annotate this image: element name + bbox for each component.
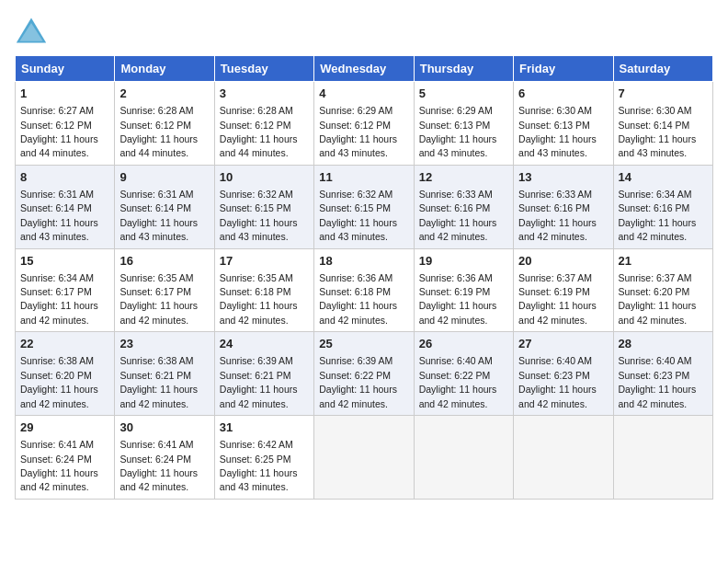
- calendar-week-row: 15 Sunrise: 6:34 AMSunset: 6:17 PMDaylig…: [16, 248, 713, 332]
- day-info: Sunrise: 6:40 AMSunset: 6:22 PMDaylight:…: [419, 355, 497, 408]
- day-info: Sunrise: 6:30 AMSunset: 6:13 PMDaylight:…: [518, 105, 597, 158]
- day-info: Sunrise: 6:39 AMSunset: 6:22 PMDaylight:…: [319, 355, 397, 408]
- calendar-day-cell: 3 Sunrise: 6:28 AMSunset: 6:12 PMDayligh…: [214, 82, 313, 166]
- day-info: Sunrise: 6:28 AMSunset: 6:12 PMDaylight:…: [119, 105, 198, 158]
- logo-icon: [15, 15, 48, 48]
- day-info: Sunrise: 6:42 AMSunset: 6:25 PMDaylight:…: [220, 439, 298, 492]
- calendar-day-cell: 22 Sunrise: 6:38 AMSunset: 6:20 PMDaylig…: [16, 332, 115, 416]
- day-number: 4: [319, 86, 408, 102]
- day-number: 17: [220, 253, 309, 270]
- day-info: Sunrise: 6:38 AMSunset: 6:20 PMDaylight:…: [20, 355, 98, 408]
- day-number: 18: [319, 253, 408, 270]
- calendar-day-cell: 17 Sunrise: 6:35 AMSunset: 6:18 PMDaylig…: [214, 248, 313, 332]
- day-info: Sunrise: 6:35 AMSunset: 6:18 PMDaylight:…: [220, 272, 298, 326]
- day-info: Sunrise: 6:41 AMSunset: 6:24 PMDaylight:…: [20, 439, 98, 492]
- day-number: 14: [619, 169, 708, 186]
- day-info: Sunrise: 6:36 AMSunset: 6:18 PMDaylight:…: [319, 272, 397, 326]
- calendar-header-sunday: Sunday: [16, 56, 115, 82]
- day-number: 16: [119, 253, 209, 270]
- day-number: 24: [220, 336, 309, 352]
- calendar-day-cell: 15 Sunrise: 6:34 AMSunset: 6:17 PMDaylig…: [16, 248, 115, 332]
- day-info: Sunrise: 6:32 AMSunset: 6:15 PMDaylight:…: [220, 189, 298, 242]
- calendar-day-cell: 26 Sunrise: 6:40 AMSunset: 6:22 PMDaylig…: [414, 332, 513, 416]
- day-number: 2: [119, 86, 209, 102]
- day-info: Sunrise: 6:39 AMSunset: 6:21 PMDaylight:…: [220, 355, 298, 408]
- day-info: Sunrise: 6:31 AMSunset: 6:14 PMDaylight:…: [119, 189, 198, 242]
- day-number: 29: [20, 419, 109, 436]
- day-info: Sunrise: 6:31 AMSunset: 6:14 PMDaylight:…: [20, 189, 98, 242]
- day-number: 9: [119, 169, 209, 186]
- day-number: 19: [419, 253, 508, 270]
- day-number: 7: [619, 86, 708, 102]
- day-info: Sunrise: 6:37 AMSunset: 6:19 PMDaylight:…: [518, 272, 597, 326]
- calendar-header-tuesday: Tuesday: [214, 56, 313, 82]
- day-number: 23: [119, 336, 209, 352]
- calendar-header-row: SundayMondayTuesdayWednesdayThursdayFrid…: [16, 56, 713, 82]
- calendar-day-cell: 18 Sunrise: 6:36 AMSunset: 6:18 PMDaylig…: [314, 248, 414, 332]
- page-header: [15, 15, 713, 48]
- day-number: 1: [20, 86, 109, 102]
- day-number: 11: [319, 169, 408, 186]
- day-number: 30: [119, 419, 209, 436]
- day-number: 25: [319, 336, 408, 352]
- day-info: Sunrise: 6:32 AMSunset: 6:15 PMDaylight:…: [319, 189, 397, 242]
- day-number: 31: [220, 419, 309, 436]
- calendar-day-cell: 12 Sunrise: 6:33 AMSunset: 6:16 PMDaylig…: [414, 165, 513, 248]
- calendar-day-cell: [613, 416, 712, 500]
- calendar-day-cell: 30 Sunrise: 6:41 AMSunset: 6:24 PMDaylig…: [115, 416, 214, 500]
- day-info: Sunrise: 6:38 AMSunset: 6:21 PMDaylight:…: [119, 355, 198, 408]
- calendar-day-cell: 8 Sunrise: 6:31 AMSunset: 6:14 PMDayligh…: [16, 165, 115, 248]
- calendar-day-cell: 11 Sunrise: 6:32 AMSunset: 6:15 PMDaylig…: [314, 165, 414, 248]
- logo: [15, 15, 51, 48]
- calendar-header-thursday: Thursday: [414, 56, 513, 82]
- calendar-day-cell: 9 Sunrise: 6:31 AMSunset: 6:14 PMDayligh…: [115, 165, 214, 248]
- day-number: 13: [518, 169, 608, 186]
- day-info: Sunrise: 6:33 AMSunset: 6:16 PMDaylight:…: [419, 189, 497, 242]
- day-number: 10: [220, 169, 309, 186]
- day-number: 8: [20, 169, 109, 186]
- day-number: 20: [518, 253, 608, 270]
- calendar-week-row: 22 Sunrise: 6:38 AMSunset: 6:20 PMDaylig…: [16, 332, 713, 416]
- day-number: 26: [419, 336, 508, 352]
- day-info: Sunrise: 6:29 AMSunset: 6:12 PMDaylight:…: [319, 105, 397, 158]
- calendar-day-cell: [414, 416, 513, 500]
- calendar-day-cell: [514, 416, 613, 500]
- calendar-day-cell: 7 Sunrise: 6:30 AMSunset: 6:14 PMDayligh…: [613, 82, 712, 166]
- calendar-week-row: 8 Sunrise: 6:31 AMSunset: 6:14 PMDayligh…: [16, 165, 713, 248]
- day-info: Sunrise: 6:35 AMSunset: 6:17 PMDaylight:…: [119, 272, 198, 326]
- calendar-day-cell: 29 Sunrise: 6:41 AMSunset: 6:24 PMDaylig…: [16, 416, 115, 500]
- calendar-header-saturday: Saturday: [613, 56, 712, 82]
- day-info: Sunrise: 6:33 AMSunset: 6:16 PMDaylight:…: [518, 189, 597, 242]
- calendar-day-cell: 24 Sunrise: 6:39 AMSunset: 6:21 PMDaylig…: [214, 332, 313, 416]
- calendar-day-cell: 27 Sunrise: 6:40 AMSunset: 6:23 PMDaylig…: [514, 332, 613, 416]
- calendar-week-row: 29 Sunrise: 6:41 AMSunset: 6:24 PMDaylig…: [16, 416, 713, 500]
- calendar-day-cell: 23 Sunrise: 6:38 AMSunset: 6:21 PMDaylig…: [115, 332, 214, 416]
- calendar-day-cell: 14 Sunrise: 6:34 AMSunset: 6:16 PMDaylig…: [613, 165, 712, 248]
- day-info: Sunrise: 6:36 AMSunset: 6:19 PMDaylight:…: [419, 272, 497, 326]
- day-info: Sunrise: 6:40 AMSunset: 6:23 PMDaylight:…: [518, 355, 597, 408]
- day-number: 21: [619, 253, 708, 270]
- day-number: 12: [419, 169, 508, 186]
- calendar-day-cell: 1 Sunrise: 6:27 AMSunset: 6:12 PMDayligh…: [16, 82, 115, 166]
- day-info: Sunrise: 6:30 AMSunset: 6:14 PMDaylight:…: [619, 105, 697, 158]
- day-info: Sunrise: 6:34 AMSunset: 6:16 PMDaylight:…: [619, 189, 697, 242]
- day-info: Sunrise: 6:40 AMSunset: 6:23 PMDaylight:…: [619, 355, 697, 408]
- calendar-day-cell: 13 Sunrise: 6:33 AMSunset: 6:16 PMDaylig…: [514, 165, 613, 248]
- day-number: 5: [419, 86, 508, 102]
- day-info: Sunrise: 6:34 AMSunset: 6:17 PMDaylight:…: [20, 272, 98, 326]
- calendar-day-cell: 16 Sunrise: 6:35 AMSunset: 6:17 PMDaylig…: [115, 248, 214, 332]
- calendar-header-wednesday: Wednesday: [314, 56, 414, 82]
- calendar-header-friday: Friday: [514, 56, 613, 82]
- day-number: 15: [20, 253, 109, 270]
- calendar-day-cell: 2 Sunrise: 6:28 AMSunset: 6:12 PMDayligh…: [115, 82, 214, 166]
- calendar-day-cell: 20 Sunrise: 6:37 AMSunset: 6:19 PMDaylig…: [514, 248, 613, 332]
- calendar-table: SundayMondayTuesdayWednesdayThursdayFrid…: [15, 55, 713, 500]
- day-info: Sunrise: 6:29 AMSunset: 6:13 PMDaylight:…: [419, 105, 497, 158]
- day-info: Sunrise: 6:27 AMSunset: 6:12 PMDaylight:…: [20, 105, 98, 158]
- calendar-day-cell: 19 Sunrise: 6:36 AMSunset: 6:19 PMDaylig…: [414, 248, 513, 332]
- calendar-day-cell: 10 Sunrise: 6:32 AMSunset: 6:15 PMDaylig…: [214, 165, 313, 248]
- calendar-day-cell: 25 Sunrise: 6:39 AMSunset: 6:22 PMDaylig…: [314, 332, 414, 416]
- day-info: Sunrise: 6:37 AMSunset: 6:20 PMDaylight:…: [619, 272, 697, 326]
- day-number: 6: [518, 86, 608, 102]
- calendar-day-cell: 28 Sunrise: 6:40 AMSunset: 6:23 PMDaylig…: [613, 332, 712, 416]
